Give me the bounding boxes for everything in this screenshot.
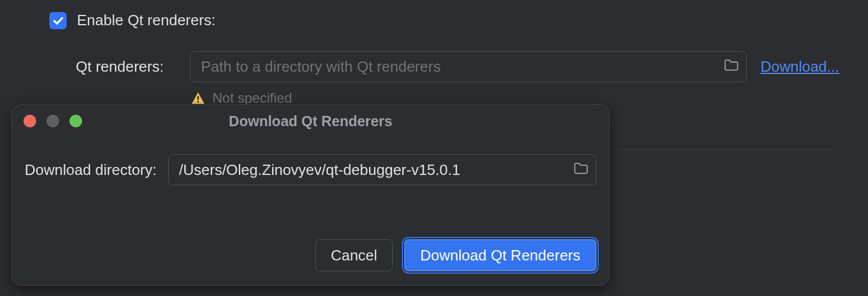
download-directory-input[interactable]	[168, 154, 596, 185]
warning-row: Not specified	[0, 90, 868, 106]
browse-folder-button[interactable]	[724, 58, 739, 76]
settings-panel: Enable Qt renderers: Qt renderers: Downl…	[0, 0, 868, 118]
qt-renderers-input[interactable]	[190, 51, 747, 82]
browse-download-folder-button[interactable]	[574, 161, 588, 179]
warning-text: Not specified	[212, 90, 292, 106]
window-controls	[24, 115, 82, 127]
download-link[interactable]: Download...	[761, 58, 839, 76]
download-qt-renderers-button[interactable]: Download Qt Renderers	[404, 239, 596, 271]
check-icon	[52, 14, 64, 27]
separator-line	[615, 149, 834, 150]
qt-renderers-row: Qt renderers: Download...	[0, 51, 868, 82]
folder-icon	[724, 59, 739, 72]
cancel-button[interactable]: Cancel	[315, 239, 393, 271]
minimize-window-button[interactable]	[46, 115, 59, 127]
dialog-footer: Cancel Download Qt Renderers	[12, 239, 609, 285]
enable-qt-checkbox[interactable]	[49, 12, 67, 29]
warning-icon	[191, 92, 206, 104]
qt-renderers-label: Qt renderers:	[76, 58, 176, 76]
enable-qt-label[interactable]: Enable Qt renderers:	[77, 11, 215, 29]
dialog-body: Download directory:	[12, 137, 609, 185]
download-dialog: Download Qt Renderers Download directory…	[11, 104, 610, 286]
svg-rect-0	[197, 96, 199, 100]
maximize-window-button[interactable]	[69, 115, 82, 127]
dialog-title: Download Qt Renderers	[229, 113, 393, 130]
download-directory-input-wrapper	[168, 154, 596, 185]
download-directory-label: Download directory:	[25, 161, 157, 179]
folder-icon	[574, 162, 588, 175]
qt-renderers-input-wrapper	[190, 51, 747, 82]
dialog-titlebar: Download Qt Renderers	[12, 105, 609, 137]
svg-point-1	[197, 101, 199, 103]
close-window-button[interactable]	[24, 115, 36, 127]
enable-qt-row: Enable Qt renderers:	[0, 11, 868, 29]
